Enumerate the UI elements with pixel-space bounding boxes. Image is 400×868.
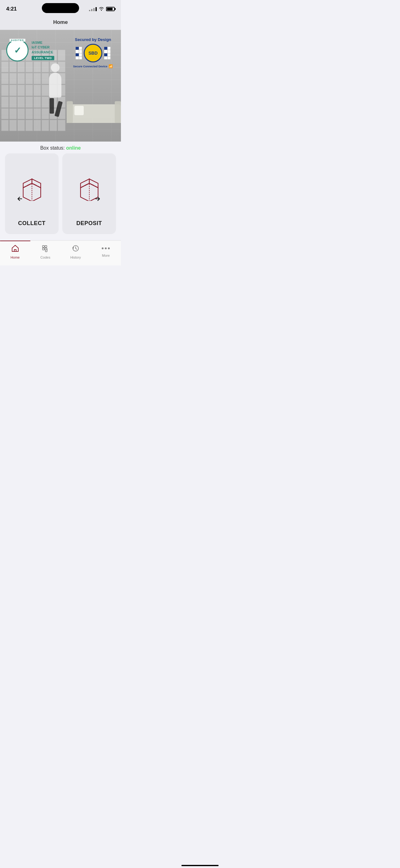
nav-title-bar: Home (0, 16, 121, 30)
page-title: Home (53, 19, 68, 25)
iasme-main-text: IASME IoT CYBER ASSURANCE (32, 40, 54, 55)
sbd-badge: Secured by Design SBD Secure Connected D… (68, 37, 118, 68)
action-cards-container: COLLECT DEPOSIT (0, 153, 121, 240)
deposit-label: DEPOSIT (76, 220, 102, 227)
collect-label: COLLECT (18, 220, 45, 227)
tab-bar: Home Codes History (0, 240, 121, 266)
sbd-emblem: SBD (84, 44, 102, 62)
deposit-card[interactable]: DEPOSIT (62, 153, 116, 234)
iasme-audited-text: AUDITED (10, 39, 26, 41)
tab-home-label: Home (10, 255, 20, 259)
tab-codes[interactable]: Codes (30, 243, 61, 259)
deposit-icon (74, 163, 105, 214)
status-icons (89, 6, 115, 12)
svg-rect-3 (42, 248, 44, 250)
tab-active-indicator (0, 241, 30, 241)
iasme-check-icon: ✓ (14, 45, 21, 56)
couch-area (67, 104, 121, 129)
box-status-value: online (66, 145, 80, 151)
home-icon (11, 244, 19, 254)
tab-history-label: History (70, 255, 81, 259)
svg-rect-0 (14, 250, 16, 251)
wifi-small-icon: 📶 (108, 64, 113, 68)
tab-more-label: More (102, 254, 110, 257)
collect-icon (16, 163, 47, 214)
collect-card[interactable]: COLLECT (5, 153, 59, 234)
status-time: 4:21 (6, 6, 17, 12)
box-status-bar: Box status: online (0, 142, 121, 153)
checker-left (76, 47, 82, 59)
more-icon (102, 244, 110, 252)
hero-image: AUDITED ✓ IASME IoT CYBER ASSURANCE LEVE… (0, 30, 121, 142)
svg-rect-1 (42, 246, 44, 247)
battery-icon (106, 7, 115, 11)
tab-codes-label: Codes (40, 255, 50, 259)
wifi-icon (99, 6, 104, 12)
codes-icon (41, 244, 49, 254)
history-icon (72, 244, 80, 254)
status-bar: 4:21 (0, 0, 121, 16)
iasme-level-badge: LEVEL TWO (32, 56, 54, 60)
sbd-title: Secured by Design (68, 37, 118, 42)
box-status-label: Box status: (40, 145, 65, 151)
dynamic-island (42, 3, 79, 13)
tab-home[interactable]: Home (0, 243, 30, 259)
person-silhouette (46, 63, 65, 107)
svg-rect-4 (45, 248, 47, 250)
sbd-subtitle: Secure Connected Device 📶 (68, 64, 118, 68)
svg-rect-2 (45, 246, 47, 247)
checker-right (104, 47, 110, 59)
signal-icon (89, 7, 97, 11)
iasme-badge: AUDITED ✓ IASME IoT CYBER ASSURANCE LEVE… (6, 39, 54, 61)
tab-more[interactable]: More (91, 243, 121, 259)
tab-history[interactable]: History (61, 243, 91, 259)
